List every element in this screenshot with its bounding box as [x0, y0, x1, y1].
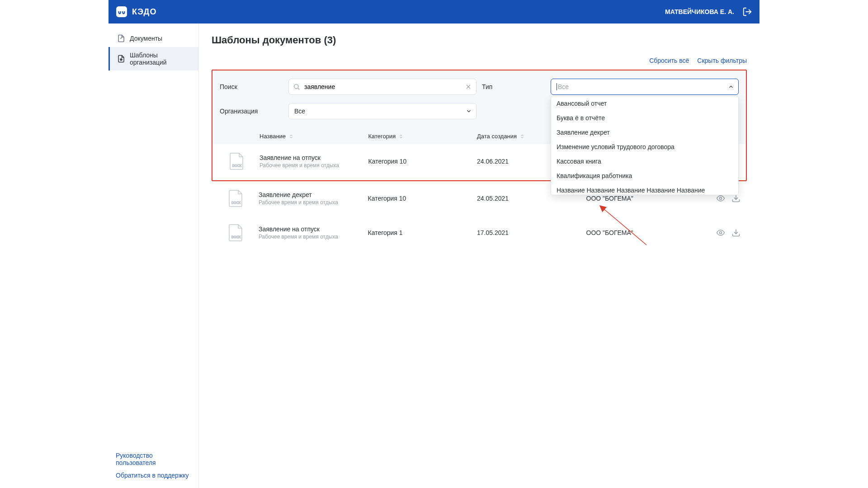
- type-option[interactable]: Авансовый отчет: [551, 96, 738, 111]
- org-label: Организация: [220, 108, 283, 115]
- row-category: Категория 1: [368, 229, 477, 236]
- app-logo: КЭДО: [116, 6, 156, 18]
- download-icon[interactable]: [731, 194, 741, 203]
- table-row[interactable]: DOCX Заявление на отпуск Рабочее время и…: [212, 216, 747, 250]
- org-select[interactable]: Все: [288, 103, 476, 119]
- type-dropdown: Авансовый отчет Буква ё в отчёте Заявлен…: [551, 96, 739, 195]
- svg-rect-0: [117, 7, 127, 17]
- logo-icon: [116, 6, 127, 18]
- app-header: КЭДО МАТВЕЙЧИКОВА Е. А.: [108, 0, 760, 23]
- row-org: ООО "БОГЕМА": [586, 195, 696, 202]
- docx-icon: DOCX: [228, 224, 244, 242]
- col-category[interactable]: Категория: [368, 133, 477, 140]
- row-name: Заявление на отпуск: [259, 225, 368, 233]
- clear-icon[interactable]: [465, 83, 472, 90]
- search-input[interactable]: [288, 79, 476, 95]
- svg-point-3: [294, 84, 298, 89]
- svg-point-1: [119, 9, 120, 10]
- row-date: 24.05.2021: [477, 195, 586, 202]
- svg-text:DOCX: DOCX: [231, 235, 241, 239]
- sidebar-item-templates[interactable]: Шаблоны организаций: [108, 47, 198, 70]
- row-subtitle: Рабочее время и время отдыха: [259, 199, 368, 206]
- sort-icon: [398, 134, 404, 139]
- sidebar-item-label: Документы: [130, 35, 162, 42]
- row-name: Заявление декрет: [259, 191, 368, 198]
- support-link[interactable]: Обратиться в поддержку: [116, 472, 191, 479]
- header-user-name[interactable]: МАТВЕЙЧИКОВА Е. А.: [665, 8, 734, 15]
- row-category: Категория 10: [368, 158, 477, 165]
- type-label: Тип: [482, 83, 545, 90]
- main-content: Шаблоны документов (3) Сбросить всё Скры…: [199, 23, 760, 488]
- svg-point-7: [720, 197, 722, 200]
- annotation-highlight: Поиск Тип Все Авансовый отчет: [212, 70, 747, 181]
- type-option[interactable]: Буква ё в отчёте: [551, 111, 738, 125]
- preview-icon[interactable]: [716, 194, 725, 203]
- org-select-value: Все: [294, 108, 305, 115]
- type-option[interactable]: Изменение условий трудового договора: [551, 140, 738, 154]
- sidebar: Документы Шаблоны организаций Руководств…: [108, 23, 199, 488]
- chevron-down-icon: [466, 108, 472, 114]
- type-option[interactable]: Заявление декрет: [551, 125, 738, 140]
- svg-point-2: [123, 9, 124, 10]
- docx-icon: DOCX: [229, 152, 245, 170]
- document-icon: [117, 34, 125, 42]
- search-label: Поиск: [220, 83, 283, 90]
- row-date: 17.05.2021: [477, 229, 586, 236]
- hide-filters-link[interactable]: Скрыть фильтры: [697, 57, 747, 64]
- docx-icon: DOCX: [228, 189, 244, 207]
- user-guide-link[interactable]: Руководство пользователя: [116, 452, 191, 466]
- sidebar-item-documents[interactable]: Документы: [108, 30, 198, 47]
- row-name: Заявление на отпуск: [259, 154, 368, 161]
- sidebar-item-label: Шаблоны организаций: [130, 52, 191, 66]
- type-option[interactable]: Кассовая книга: [551, 154, 738, 169]
- reset-filters-link[interactable]: Сбросить всё: [649, 57, 689, 64]
- svg-text:DOCX: DOCX: [231, 201, 241, 204]
- app-name: КЭДО: [132, 7, 156, 17]
- sort-icon: [519, 134, 525, 139]
- row-category: Категория 10: [368, 195, 477, 202]
- sort-icon: [288, 134, 294, 139]
- type-option[interactable]: Название Название Название Название Назв…: [551, 183, 738, 195]
- preview-icon[interactable]: [716, 228, 725, 237]
- chevron-up-icon: [728, 84, 734, 90]
- filters-panel: Поиск Тип Все Авансовый отчет: [212, 70, 746, 128]
- row-subtitle: Рабочее время и время отдыха: [259, 162, 368, 169]
- svg-text:DOCX: DOCX: [232, 164, 242, 167]
- type-select-placeholder: Все: [557, 83, 569, 90]
- template-icon: [117, 55, 125, 63]
- download-icon[interactable]: [731, 228, 741, 237]
- col-name[interactable]: Название: [259, 133, 368, 140]
- row-org: ООО "БОГЕМА": [586, 229, 696, 236]
- type-select[interactable]: Все: [551, 79, 739, 95]
- search-icon: [293, 83, 300, 90]
- type-select-wrap: Все Авансовый отчет Буква ё в отчёте Зая…: [551, 79, 739, 95]
- page-title: Шаблоны документов (3): [212, 34, 747, 46]
- svg-point-9: [720, 232, 722, 234]
- type-option[interactable]: Квалификация работника: [551, 169, 738, 183]
- row-subtitle: Рабочее время и время отдыха: [259, 234, 368, 240]
- logout-icon[interactable]: [742, 7, 752, 17]
